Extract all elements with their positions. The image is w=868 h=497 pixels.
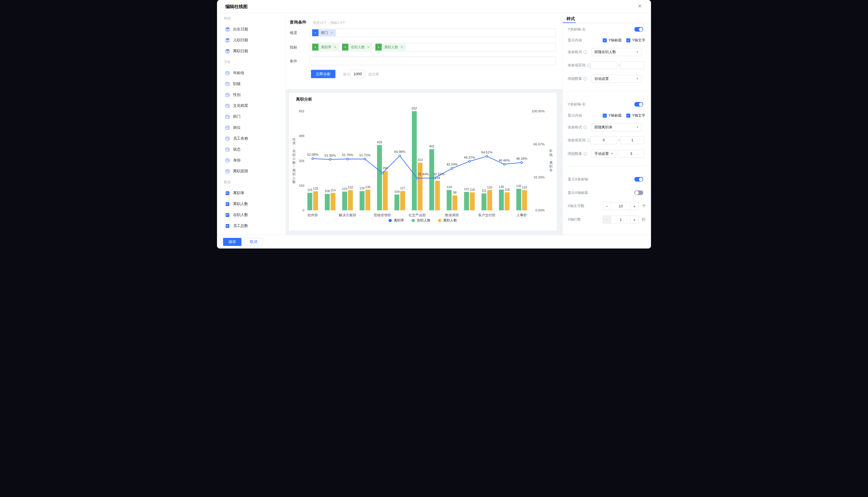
chart-card: 离职分析 01633264896520.00%33.33%66.67%100.0… bbox=[289, 93, 557, 231]
minus-button[interactable]: − bbox=[603, 202, 611, 210]
info-icon[interactable]: i bbox=[584, 77, 587, 81]
left-y-axis-title-checkbox[interactable]: Y轴标题 bbox=[603, 38, 622, 43]
sidebar-field-item[interactable]: NO.员工总数 bbox=[217, 221, 285, 231]
left-y-interval-select[interactable]: 自动设置▼ bbox=[591, 75, 642, 83]
calendar-icon bbox=[226, 49, 229, 53]
sidebar-field-item[interactable]: 状态 bbox=[217, 144, 285, 155]
info-icon[interactable]: i bbox=[584, 152, 587, 155]
legend-item[interactable]: 在职人数 bbox=[411, 218, 431, 223]
svg-text:127: 127 bbox=[400, 186, 405, 190]
info-icon[interactable]: i bbox=[584, 126, 587, 129]
tag-dropdown-icon[interactable] bbox=[312, 29, 319, 36]
calendar-icon bbox=[226, 28, 229, 31]
tag-remove-icon[interactable]: ✕ bbox=[367, 45, 370, 49]
right-y-axis-text-checkbox[interactable]: Y轴文字 bbox=[626, 113, 645, 118]
metric-tag[interactable]: 在职人数✕ bbox=[342, 44, 373, 51]
sidebar-field-item[interactable]: NO.离职率 bbox=[217, 188, 285, 199]
tag-dropdown-icon[interactable] bbox=[375, 44, 382, 51]
chevron-down-icon: ▼ bbox=[636, 51, 639, 54]
metric-label: 指标 bbox=[290, 45, 297, 50]
plus-button[interactable]: + bbox=[631, 202, 638, 210]
show-x-title-toggle[interactable] bbox=[634, 190, 643, 195]
sidebar-field-item[interactable]: NO.离职人数 bbox=[217, 199, 285, 210]
tag-dropdown-icon[interactable] bbox=[342, 44, 348, 51]
sidebar-field-item[interactable]: 入职日期 bbox=[217, 35, 285, 46]
left-y-toggle[interactable] bbox=[634, 27, 643, 32]
checkbox-checked-icon bbox=[626, 38, 630, 42]
svg-text:54.51%: 54.51% bbox=[481, 151, 492, 154]
sidebar-field-item[interactable]: 离职日期 bbox=[217, 46, 285, 57]
svg-text:职: 职 bbox=[292, 172, 296, 176]
right-y-display-label: 显示内容 bbox=[568, 113, 582, 118]
left-y-format-select[interactable]: 跟随在职人数▼ bbox=[591, 48, 642, 56]
right-y-interval-count-input[interactable]: 3 bbox=[618, 150, 644, 158]
legend-item[interactable]: 离职率 bbox=[389, 218, 404, 223]
sidebar-field-item[interactable]: 年龄段 bbox=[217, 68, 285, 79]
save-button[interactable]: 保存 bbox=[223, 238, 241, 246]
right-y-range-max-input[interactable] bbox=[620, 136, 644, 144]
svg-text:118: 118 bbox=[470, 188, 475, 191]
close-icon[interactable]: ✕ bbox=[638, 3, 642, 9]
legend-item[interactable]: 离职人数 bbox=[438, 218, 457, 223]
dimension-box[interactable]: 部门✕ bbox=[310, 28, 556, 37]
metric-tag[interactable]: 离职率✕ bbox=[312, 44, 339, 51]
chart-legend: 离职率在职人数离职人数 bbox=[289, 218, 557, 223]
tag-remove-icon[interactable]: ✕ bbox=[330, 31, 333, 35]
svg-text:数据库部: 数据库部 bbox=[445, 213, 459, 217]
sidebar-field-item[interactable]: 文化程度 bbox=[217, 100, 285, 111]
svg-text:/: / bbox=[293, 165, 295, 168]
sidebar-field-item[interactable]: 职级 bbox=[217, 79, 285, 89]
sidebar-section-label: 时间 bbox=[217, 13, 285, 24]
right-y-range-min-input[interactable] bbox=[590, 136, 617, 144]
result-limit-input[interactable]: 1000 bbox=[350, 70, 365, 78]
field-sidebar: 时间出生日期入职日期离职日期字符年龄段职级性别文化程度部门岗位员工名称状态身份离… bbox=[217, 13, 286, 235]
svg-text:柱: 柱 bbox=[292, 138, 296, 141]
tab-divider bbox=[563, 23, 651, 23]
sidebar-field-item[interactable]: 身份 bbox=[217, 155, 285, 166]
stepper-value[interactable]: 1 bbox=[611, 216, 631, 223]
stepper-value[interactable]: 10 bbox=[611, 202, 631, 210]
checkbox-checked-icon bbox=[603, 113, 607, 117]
chart-title: 离职分析 bbox=[296, 97, 312, 102]
cancel-button[interactable]: 取消 bbox=[244, 238, 263, 246]
show-x-axis-toggle[interactable] bbox=[634, 177, 643, 182]
dimension-tag[interactable]: 部门✕ bbox=[312, 29, 336, 36]
metric-box[interactable]: 离职率✕在职人数✕离职人数✕ bbox=[310, 43, 556, 52]
dialog-footer: 保存 取消 bbox=[217, 235, 651, 248]
sidebar-field-item[interactable]: 岗位 bbox=[217, 122, 285, 133]
info-icon[interactable]: i bbox=[587, 139, 591, 142]
sidebar-field-item[interactable]: 部门 bbox=[217, 111, 285, 122]
left-y-display-label: 显示内容 bbox=[568, 38, 582, 43]
right-y-toggle[interactable] bbox=[634, 102, 643, 106]
plus-button[interactable]: + bbox=[631, 216, 638, 223]
right-y-format-select[interactable]: 跟随离职率▼ bbox=[591, 123, 642, 131]
tag-remove-icon[interactable]: ✕ bbox=[401, 45, 403, 49]
left-y-range-max-input[interactable] bbox=[620, 61, 644, 69]
sidebar-field-item[interactable]: 性别 bbox=[217, 89, 285, 100]
metric-tag[interactable]: 离职人数✕ bbox=[375, 44, 406, 51]
right-y-axis-title-checkbox[interactable]: Y轴标题 bbox=[603, 113, 622, 118]
x-row-count-unit: 行 bbox=[642, 217, 646, 222]
show-label: 展示 bbox=[343, 72, 350, 77]
svg-text:126: 126 bbox=[360, 186, 365, 190]
tab-style[interactable]: 样式 bbox=[566, 16, 575, 22]
tag-dropdown-icon[interactable] bbox=[312, 44, 319, 51]
left-y-axis-text-checkbox[interactable]: Y轴文字 bbox=[626, 38, 645, 43]
sidebar-field-item[interactable]: 离职原因 bbox=[217, 166, 285, 177]
left-y-range-min-input[interactable] bbox=[590, 61, 617, 69]
info-icon[interactable]: i bbox=[584, 50, 587, 54]
condition-input[interactable] bbox=[310, 57, 556, 65]
legend-dot-icon bbox=[389, 219, 392, 222]
right-y-interval-mode-select[interactable]: 手动设置▼ bbox=[591, 150, 616, 158]
minus-button-disabled[interactable]: − bbox=[603, 216, 611, 223]
svg-text:652: 652 bbox=[411, 106, 417, 110]
sidebar-field-item[interactable]: 出生日期 bbox=[217, 24, 285, 35]
analyze-button[interactable]: 立即分析 bbox=[311, 70, 335, 78]
info-icon[interactable]: i bbox=[587, 63, 591, 67]
text-field-icon bbox=[226, 159, 229, 162]
number-field-icon: NO. bbox=[226, 202, 229, 206]
sidebar-field-item[interactable]: NO.在职人数 bbox=[217, 210, 285, 221]
tag-remove-icon[interactable]: ✕ bbox=[334, 45, 337, 49]
condition-label: 条件 bbox=[290, 59, 297, 64]
sidebar-field-item[interactable]: 员工名称 bbox=[217, 133, 285, 144]
